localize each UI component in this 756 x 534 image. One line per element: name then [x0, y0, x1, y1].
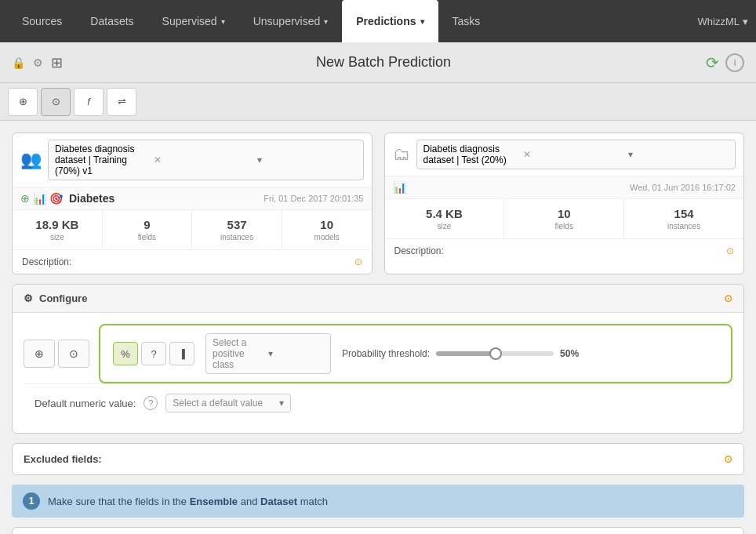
threshold-value: 50% [560, 348, 579, 359]
nav-predictions[interactable]: Predictions ▾ [342, 0, 438, 42]
default-numeric-label: Default numeric value: [35, 398, 136, 409]
configure-row: ⊕ ⊙ % ? [24, 324, 732, 383]
excluded-fields-header[interactable]: Excluded fields: ⊙ [13, 444, 743, 474]
left-card-info: ⊕ 📊 🎯 Diabetes Fri, 01 Dec 2017 20:01:35 [13, 187, 372, 210]
settings-icon: ⚙ [33, 56, 43, 69]
ensemble-icon: ⊕ [19, 96, 27, 107]
association-tool-btn[interactable]: ⇌ [107, 88, 136, 116]
configure-label: Configure [39, 292, 87, 304]
node-icon: ⊙ [69, 347, 78, 360]
excluded-fields-label: Excluded fields: [24, 453, 102, 465]
left-stat-fields: 9 fields [103, 210, 193, 250]
right-card-icon: 🗂 [393, 144, 410, 165]
left-card-stats: 18.9 KB size 9 fields 537 instances 10 m… [13, 210, 372, 250]
chevron-down-icon: ▾ [221, 17, 225, 26]
nav-predictions-label: Predictions [356, 15, 416, 27]
nav-sources[interactable]: Sources [8, 0, 76, 42]
right-card-selector[interactable]: Diabetis diagnosis dataset | Test (20%) … [416, 140, 736, 169]
default-value-select[interactable]: Select a default value ▾ [165, 394, 291, 412]
nav-supervised[interactable]: Supervised ▾ [148, 0, 239, 42]
left-ensemble-icon: ⊕ [20, 192, 30, 205]
nav-tasks[interactable]: Tasks [438, 0, 495, 42]
ensemble-node-btn[interactable]: ⊕ [24, 340, 55, 368]
left-card-selector[interactable]: Diabetes diagnosis dataset | Training (7… [48, 140, 364, 180]
right-stat-fields: 10 fields [504, 199, 624, 239]
node-btn[interactable]: ⊙ [58, 340, 89, 368]
left-card-description: Description: ⊙ [13, 250, 372, 274]
help-icon[interactable]: ? [144, 396, 158, 410]
left-card-close-button[interactable]: ✕ [154, 154, 253, 165]
nav-unsupervised[interactable]: Unsupervised ▾ [239, 0, 343, 42]
configure-toggle-button[interactable]: ⊙ [724, 292, 732, 304]
right-card-dropdown-button[interactable]: ▾ [628, 149, 729, 160]
notice-text: Make sure that the fields in the Ensembl… [48, 496, 328, 507]
nav-sources-label: Sources [22, 15, 62, 27]
nav-supervised-label: Supervised [162, 15, 217, 27]
cards-row: 👥 Diabetes diagnosis dataset | Training … [12, 133, 744, 274]
navbar: Sources Datasets Supervised ▾ Unsupervis… [0, 0, 756, 42]
info-button[interactable]: i [725, 53, 744, 72]
nav-datasets-label: Datasets [90, 15, 133, 27]
left-card-name: Diabetes [69, 192, 114, 205]
left-card-dropdown-button[interactable]: ▾ [257, 154, 356, 165]
configure-header: ⚙ Configure ⊙ [13, 285, 743, 313]
configure-gear-icon: ⚙ [24, 292, 33, 304]
default-value-placeholder: Select a default value [173, 398, 263, 409]
chart-mode-btn[interactable]: ▐ [169, 342, 194, 365]
left-stat-models: 10 models [282, 210, 372, 250]
header-bar: 🔒 ⚙ ⊞ New Batch Prediction ⟳ i [0, 42, 756, 83]
page-title: New Batch Prediction [69, 54, 698, 71]
ensemble-tool-btn[interactable]: ⊕ [8, 88, 38, 116]
question-icon: ? [151, 348, 156, 360]
left-chart-icon: 📊 [33, 192, 46, 205]
left-stat-instances: 537 instances [192, 210, 282, 250]
nav-whizzml[interactable]: WhizzML ▾ [698, 16, 748, 27]
model-tool-btn[interactable]: ⊙ [41, 88, 71, 116]
chevron-down-icon: ▾ [743, 16, 748, 27]
right-card: 🗂 Diabetis diagnosis dataset | Test (20%… [384, 133, 745, 274]
configure-body: ⊕ ⊙ % ? [13, 313, 743, 433]
notice-number: 1 [23, 492, 40, 510]
right-desc-toggle[interactable]: ⊙ [726, 245, 734, 256]
nav-unsupervised-label: Unsupervised [253, 15, 321, 27]
right-card-date: Wed, 01 Jun 2016 16:17:02 [630, 183, 736, 192]
header-actions: ⟳ i [706, 53, 744, 72]
chevron-down-icon: ▾ [420, 17, 424, 26]
right-stat-instances: 154 instances [624, 199, 743, 239]
notice-ensemble-word: Ensemble [190, 496, 238, 507]
left-stat-size: 18.9 KB size [13, 210, 103, 250]
probability-threshold-label: Probability threshold: [342, 348, 430, 359]
nav-datasets[interactable]: Datasets [76, 0, 147, 42]
left-target-icon: 🎯 [49, 192, 63, 205]
fields-mapping-header: Fields mapping: Default fields ⊙ [13, 528, 743, 534]
refresh-button[interactable]: ⟳ [706, 53, 719, 72]
probability-threshold: Probability threshold: 50% [342, 347, 579, 360]
left-desc-toggle[interactable]: ⊙ [354, 256, 362, 267]
batch-prediction-icon: ⊞ [51, 54, 63, 71]
main-content: 👥 Diabetes diagnosis dataset | Training … [0, 121, 756, 534]
regression-tool-btn[interactable]: f [74, 88, 104, 116]
question-mode-btn[interactable]: ? [141, 342, 166, 365]
highlighted-config-box: % ? ▐ Select a positive class ▾ [99, 324, 732, 383]
right-card-selector-text: Diabetis diagnosis dataset | Test (20%) [423, 143, 524, 165]
chevron-down-icon: ▾ [324, 17, 328, 26]
default-select-arrow-icon: ▾ [279, 398, 284, 409]
right-card-close-button[interactable]: ✕ [523, 149, 623, 160]
right-card-stats: 5.4 KB size 10 fields 154 instances [385, 199, 744, 239]
bar-chart-icon: ▐ [179, 349, 185, 358]
left-card: 👥 Diabetes diagnosis dataset | Training … [12, 133, 373, 274]
excluded-fields-toggle-icon[interactable]: ⊙ [724, 453, 732, 465]
nav-tasks-label: Tasks [453, 15, 481, 27]
positive-class-select[interactable]: Select a positive class ▾ [205, 333, 331, 374]
toolbar: ⊕ ⊙ f ⇌ [0, 83, 756, 121]
model-type-buttons: ⊕ ⊙ [24, 340, 89, 368]
lock-icon: 🔒 [12, 56, 25, 69]
threshold-slider[interactable] [436, 347, 554, 360]
right-stat-size: 5.4 KB size [385, 199, 505, 239]
right-card-description: Description: ⊙ [385, 239, 744, 263]
info-notice: 1 Make sure that the fields in the Ensem… [12, 485, 744, 518]
nav-whizzml-label: WhizzML [698, 16, 740, 27]
model-icon: ⊙ [52, 96, 60, 107]
percent-mode-btn[interactable]: % [113, 342, 138, 365]
right-chart-icon: 📊 [393, 181, 406, 194]
